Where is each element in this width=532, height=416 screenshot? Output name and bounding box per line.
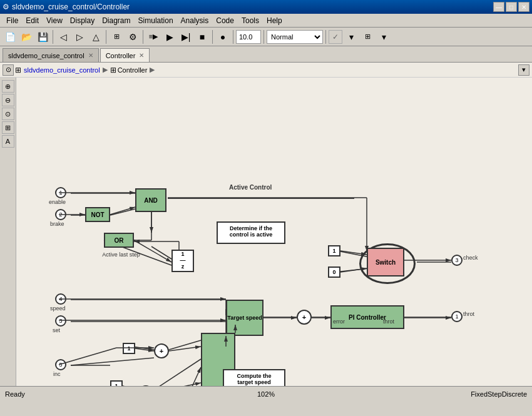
or-block[interactable]: OR [104,233,134,248]
switch-block[interactable]: Switch [367,248,404,276]
tab-controller-close[interactable]: ✕ [139,52,144,59]
not-label: NOT [91,211,104,218]
forward-button[interactable]: ▷ [72,29,87,44]
canvas[interactable]: 1 enable 2 brake NOT AND OR Active last … [16,78,532,386]
svg-line-54 [169,347,201,351]
menu-display[interactable]: Display [66,15,98,26]
title-bar-buttons: — □ ✕ [493,2,529,12]
sum1-block[interactable]: + [154,343,169,358]
sep5 [233,30,233,44]
check-port: 3 [451,255,463,266]
pi-controller[interactable]: PI Controller [330,305,404,329]
tab-bar: sldvdemo_cruise_control ✕ Controller ✕ [0,46,532,63]
tab-cruise-close[interactable]: ✕ [88,52,93,59]
title-bar: ⚙ sldvdemo_cruise_control/Controller — □… [0,0,532,14]
debug-button[interactable]: ● [215,29,230,44]
enable-port: 1 [55,187,66,198]
up-button[interactable]: △ [88,29,103,44]
maximize-button[interactable]: □ [506,2,517,12]
and-label: AND [144,197,158,204]
new-button[interactable]: 📄 [3,29,18,44]
check-indicator: ✓ [329,30,342,44]
check-label: check [463,255,478,261]
menu-simulation[interactable]: Simulation [135,15,177,26]
menu-code[interactable]: Code [212,15,238,26]
svg-line-2 [110,209,135,215]
sidebar-zoom-in[interactable]: ⊕ [2,80,14,93]
const1b-block[interactable]: 1 [110,380,123,386]
inc-port: 5 [55,359,66,370]
svg-line-51 [59,348,116,365]
brake-port-num: 2 [59,211,62,218]
breadcrumb-expand[interactable]: ⊙ [3,64,14,76]
const-sw0[interactable]: 0 [328,266,340,278]
not-block[interactable]: NOT [85,207,110,222]
sum2-block[interactable]: + [138,385,153,386]
target-speed-block[interactable]: Target speed [226,300,263,336]
sim-config-button[interactable]: ≡▶ [146,29,161,44]
const-sw1[interactable]: 1 [328,245,340,256]
and-block[interactable]: AND [135,188,166,212]
brake-port: 2 [55,209,66,220]
stop-button[interactable]: ■ [195,29,210,44]
sum-label: + [302,313,306,321]
sim-mode-select[interactable]: Normal Accelerator Rapid Accelerator [267,30,323,44]
sidebar-fit[interactable]: ⊙ [2,108,14,120]
more-button[interactable]: ▾ [344,29,359,44]
const1a-label: 1 [127,345,130,352]
target-speed-label: Target speed [227,315,262,321]
menu-analysis[interactable]: Analysis [177,15,213,26]
status-bar: Ready 102% FixedStepDiscrete [0,386,532,401]
active-control-label: Active Control [229,184,272,191]
tab-cruise-label: sldvdemo_cruise_control [8,52,84,59]
library-button[interactable]: ⊞ [109,29,124,44]
switch-label: Switch [376,259,396,266]
delay1-block[interactable]: 1—z [171,250,194,272]
svg-line-65 [185,367,201,386]
sim-time-input[interactable] [236,30,261,44]
sidebar-grid[interactable]: ⊞ [2,121,14,134]
enable-label: enable [49,199,66,205]
svg-line-26 [169,340,201,350]
menu-view[interactable]: View [43,15,66,26]
throt-in-label: throt [383,318,394,325]
svg-line-6 [151,246,171,259]
breadcrumb-right-expand[interactable]: ▾ [518,64,529,76]
tab-cruise-control[interactable]: sldvdemo_cruise_control ✕ [3,48,99,62]
const1a-block[interactable]: 1 [123,343,135,354]
step-button[interactable]: ▶| [178,29,193,44]
menu-file[interactable]: File [3,15,22,26]
sum-block[interactable]: + [297,310,312,325]
throt-port-num: 1 [455,313,458,320]
minimize-button[interactable]: — [493,2,504,12]
sidebar-text[interactable]: A [2,135,14,148]
breadcrumb-cruise[interactable]: sldvdemo_cruise_control [24,66,100,74]
save-button[interactable]: 💾 [35,29,50,44]
menu-diagram[interactable]: Diagram [98,15,134,26]
open-button[interactable]: 📂 [19,29,34,44]
sidebar-zoom-out[interactable]: ⊖ [2,94,14,106]
check-port-num: 3 [455,257,458,263]
inc-port-num: 5 [59,362,62,368]
set-port: 3 [55,315,66,327]
menu-tools[interactable]: Tools [238,15,263,26]
throt-port-label: throt [463,311,474,317]
toolbar: 📄 📂 💾 ◁ ▷ △ ⊞ ⚙ ≡▶ ▶ ▶| ■ ● Normal Accel… [0,28,532,46]
run-button[interactable]: ▶ [162,29,177,44]
back-button[interactable]: ◁ [56,29,71,44]
menu-edit[interactable]: Edit [22,15,43,26]
breadcrumb-home-icon: ⊞ [15,66,21,74]
active-last-step-label: Active last step [101,251,141,258]
close-button[interactable]: ✕ [518,2,529,12]
settings-button[interactable]: ⚙ [125,29,140,44]
svg-line-36 [110,207,135,215]
sep3 [143,30,143,44]
grid-button[interactable]: ⊞ [360,29,375,44]
svg-line-58 [153,383,201,386]
brake-label: brake [50,221,64,227]
tab-controller[interactable]: Controller ✕ [100,48,150,62]
grid-dropdown[interactable]: ▾ [376,29,391,44]
menu-help[interactable]: Help [263,15,286,26]
main-area: ⊕ ⊖ ⊙ ⊞ A [0,78,532,386]
speed-port-num: 4 [59,296,62,302]
